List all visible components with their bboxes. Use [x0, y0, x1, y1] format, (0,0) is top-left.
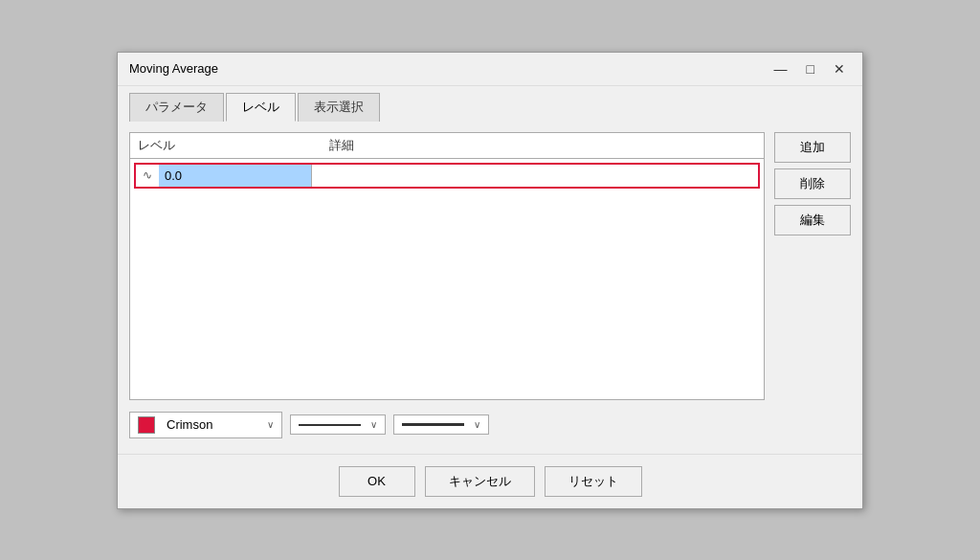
- add-button[interactable]: 追加: [774, 132, 851, 163]
- line-sample-thick: [402, 423, 464, 426]
- ok-button[interactable]: OK: [339, 466, 415, 497]
- tab-display-selection[interactable]: 表示選択: [298, 93, 380, 122]
- level-table: レベル 詳細 ∿: [129, 132, 765, 400]
- table-header: レベル 詳細: [130, 133, 764, 159]
- minimize-button[interactable]: —: [768, 60, 793, 78]
- tab-bar: パラメータ レベル 表示選択: [118, 86, 862, 121]
- window-controls: — □ ✕: [768, 60, 851, 78]
- delete-button[interactable]: 削除: [774, 168, 851, 199]
- detail-value-input[interactable]: [312, 165, 758, 187]
- bottom-controls: Crimson ∨ ∨ ∨: [129, 408, 765, 442]
- color-swatch: [138, 416, 155, 434]
- tab-level[interactable]: レベル: [226, 93, 296, 122]
- content-area: レベル 詳細 ∿ Crimson ∨: [118, 121, 862, 454]
- line-dropdown-2-arrow: ∨: [474, 419, 480, 430]
- level-value-input[interactable]: [159, 165, 312, 187]
- footer: OK キャンセル リセット: [118, 454, 862, 508]
- color-dropdown-arrow: ∨: [267, 419, 274, 430]
- cancel-button[interactable]: キャンセル: [425, 466, 535, 497]
- moving-average-dialog: Moving Average — □ ✕ パラメータ レベル 表示選択 レベル …: [117, 52, 863, 509]
- window-title: Moving Average: [129, 61, 218, 76]
- color-dropdown[interactable]: Crimson ∨: [129, 412, 282, 438]
- table-row: ∿: [134, 163, 760, 189]
- line-dropdown-1-arrow: ∨: [370, 419, 377, 430]
- header-detail: 詳細: [329, 137, 756, 154]
- header-level: レベル: [138, 137, 329, 154]
- line-sample-short: [299, 424, 361, 426]
- maximize-button[interactable]: □: [801, 60, 820, 78]
- line-style-dropdown-1[interactable]: ∨: [290, 414, 386, 435]
- tab-parameters[interactable]: パラメータ: [129, 93, 224, 122]
- row-waveform-icon: ∿: [136, 165, 159, 186]
- main-panel: レベル 詳細 ∿ Crimson ∨: [129, 132, 765, 442]
- reset-button[interactable]: リセット: [545, 466, 642, 497]
- title-bar: Moving Average — □ ✕: [118, 53, 862, 86]
- table-body: ∿: [130, 159, 764, 192]
- side-buttons: 追加 削除 編集: [774, 132, 851, 442]
- line-style-dropdown-2[interactable]: ∨: [393, 414, 489, 435]
- edit-button[interactable]: 編集: [774, 205, 851, 235]
- color-label: Crimson: [167, 417, 261, 432]
- close-button[interactable]: ✕: [828, 60, 851, 78]
